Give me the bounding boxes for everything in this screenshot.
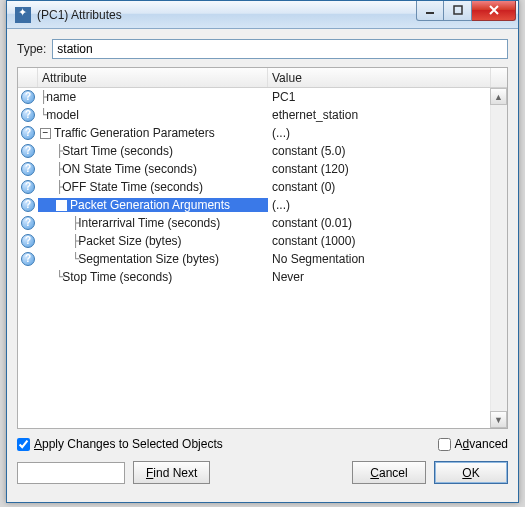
type-row: Type:: [17, 39, 508, 59]
value-cell[interactable]: Never: [268, 270, 507, 284]
minimize-icon: [425, 5, 435, 15]
close-button[interactable]: [472, 1, 516, 21]
help-cell: ?: [18, 144, 38, 158]
type-input[interactable]: [52, 39, 508, 59]
help-cell: ?: [18, 162, 38, 176]
attribute-label: model: [46, 108, 79, 122]
scroll-up-button[interactable]: ▲: [490, 88, 507, 105]
attribute-cell[interactable]: └ Segmentation Size (bytes): [38, 252, 268, 266]
scroll-down-button[interactable]: ▼: [490, 411, 507, 428]
maximize-icon: [453, 5, 463, 15]
apply-checkbox-input[interactable]: [17, 438, 30, 451]
help-icon[interactable]: ?: [21, 144, 35, 158]
advanced-checkbox[interactable]: Advanced: [438, 437, 508, 451]
attribute-label: name: [46, 90, 76, 104]
find-input[interactable]: [17, 462, 125, 484]
help-cell: ?: [18, 198, 38, 212]
help-cell: ?: [18, 126, 38, 140]
minimize-button[interactable]: [416, 1, 444, 21]
advanced-checkbox-label: Advanced: [455, 437, 508, 451]
table-row[interactable]: ?└ modelethernet_station: [18, 106, 507, 124]
ok-button[interactable]: OK: [434, 461, 508, 484]
attributes-grid: Attribute Value ?├ namePC1?└ modelethern…: [17, 67, 508, 429]
grid-body: ?├ namePC1?└ modelethernet_station?−Traf…: [18, 88, 507, 428]
collapse-icon[interactable]: −: [40, 128, 51, 139]
help-cell: ?: [18, 252, 38, 266]
value-cell[interactable]: constant (5.0): [268, 144, 507, 158]
table-row[interactable]: ?└ Segmentation Size (bytes)No Segmentat…: [18, 250, 507, 268]
value-cell[interactable]: constant (120): [268, 162, 507, 176]
footer: AApply Changes to Selected Objectspply C…: [17, 437, 508, 484]
value-cell[interactable]: constant (1000): [268, 234, 507, 248]
table-row[interactable]: ?−Packet Generation Arguments(...): [18, 196, 507, 214]
attribute-label: Interarrival Time (seconds): [78, 216, 220, 230]
client-area: Type: Attribute Value ?├ namePC1?└ model…: [7, 29, 518, 492]
attribute-label: Packet Size (bytes): [78, 234, 181, 248]
apply-checkbox-label: AApply Changes to Selected Objectspply C…: [34, 437, 223, 451]
attribute-cell[interactable]: −Traffic Generation Parameters: [38, 126, 268, 140]
grid-header: Attribute Value: [18, 68, 507, 88]
attribute-cell[interactable]: └ Stop Time (seconds): [38, 270, 268, 284]
table-row[interactable]: └ Stop Time (seconds)Never: [18, 268, 507, 286]
maximize-button[interactable]: [444, 1, 472, 21]
window-controls: [416, 1, 516, 21]
attribute-cell[interactable]: ├ Start Time (seconds): [38, 144, 268, 158]
help-icon[interactable]: ?: [21, 162, 35, 176]
table-row[interactable]: ?−Traffic Generation Parameters(...): [18, 124, 507, 142]
help-icon[interactable]: ?: [21, 216, 35, 230]
table-row[interactable]: ?├ namePC1: [18, 88, 507, 106]
value-cell[interactable]: (...): [268, 198, 507, 212]
help-icon[interactable]: ?: [21, 234, 35, 248]
help-icon[interactable]: ?: [21, 90, 35, 104]
window-title: (PC1) Attributes: [37, 8, 416, 22]
advanced-checkbox-input[interactable]: [438, 438, 451, 451]
value-cell[interactable]: ethernet_station: [268, 108, 507, 122]
attribute-label: Start Time (seconds): [62, 144, 173, 158]
attribute-label: Stop Time (seconds): [62, 270, 172, 284]
value-cell[interactable]: No Segmentation: [268, 252, 507, 266]
help-icon[interactable]: ?: [21, 126, 35, 140]
help-cell: ?: [18, 216, 38, 230]
close-icon: [488, 4, 500, 16]
help-cell: ?: [18, 234, 38, 248]
help-icon[interactable]: ?: [21, 198, 35, 212]
table-row[interactable]: ?├ Packet Size (bytes)constant (1000): [18, 232, 507, 250]
attribute-cell[interactable]: ├ OFF State Time (seconds): [38, 180, 268, 194]
table-row[interactable]: ?├ OFF State Time (seconds)constant (0): [18, 178, 507, 196]
attribute-cell[interactable]: ├ name: [38, 90, 268, 104]
attribute-label: Traffic Generation Parameters: [54, 126, 215, 140]
find-next-button[interactable]: Find Next: [133, 461, 210, 484]
collapse-icon[interactable]: −: [56, 200, 67, 211]
help-icon[interactable]: ?: [21, 252, 35, 266]
attribute-cell[interactable]: ├ ON State Time (seconds): [38, 162, 268, 176]
table-row[interactable]: ?├ Start Time (seconds)constant (5.0): [18, 142, 507, 160]
col-value-header[interactable]: Value: [268, 68, 490, 87]
attribute-cell[interactable]: ├ Interarrival Time (seconds): [38, 216, 268, 230]
table-row[interactable]: ?├ Interarrival Time (seconds)constant (…: [18, 214, 507, 232]
attributes-dialog: (PC1) Attributes Type: Attribute Value: [6, 0, 519, 503]
col-attribute-header[interactable]: Attribute: [38, 68, 268, 87]
attribute-label: Segmentation Size (bytes): [78, 252, 219, 266]
scrollbar[interactable]: ▲ ▼: [490, 88, 507, 428]
checks-row: AApply Changes to Selected Objectspply C…: [17, 437, 508, 451]
help-icon[interactable]: ?: [21, 180, 35, 194]
col-icon-header: [18, 68, 38, 87]
help-icon[interactable]: ?: [21, 108, 35, 122]
svg-rect-1: [454, 6, 462, 14]
col-scroll-header: [490, 68, 507, 87]
app-icon: [15, 7, 31, 23]
value-cell[interactable]: constant (0): [268, 180, 507, 194]
value-cell[interactable]: constant (0.01): [268, 216, 507, 230]
attribute-cell[interactable]: ├ Packet Size (bytes): [38, 234, 268, 248]
titlebar[interactable]: (PC1) Attributes: [7, 1, 518, 29]
value-cell[interactable]: (...): [268, 126, 507, 140]
table-row[interactable]: ?├ ON State Time (seconds)constant (120): [18, 160, 507, 178]
apply-changes-checkbox[interactable]: AApply Changes to Selected Objectspply C…: [17, 437, 223, 451]
attribute-cell[interactable]: −Packet Generation Arguments: [38, 198, 268, 212]
value-cell[interactable]: PC1: [268, 90, 507, 104]
help-cell: ?: [18, 180, 38, 194]
cancel-button[interactable]: Cancel: [352, 461, 426, 484]
help-cell: ?: [18, 108, 38, 122]
help-cell: ?: [18, 90, 38, 104]
attribute-cell[interactable]: └ model: [38, 108, 268, 122]
